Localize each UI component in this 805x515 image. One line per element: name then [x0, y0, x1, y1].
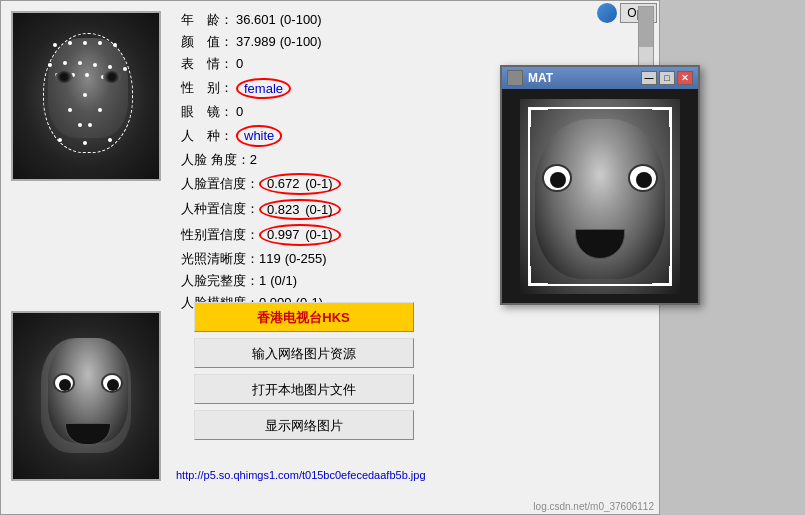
landmark-dot — [78, 61, 82, 65]
url-display: http://p5.so.qhimgs1.com/t015bc0efecedaa… — [176, 469, 496, 481]
ope-icon — [597, 3, 617, 23]
input-button[interactable]: 输入网络图片资源 — [194, 338, 414, 368]
light-label: 光照清晰度： — [181, 250, 259, 268]
gender-prob-value: 0.997 (0-1) — [259, 224, 341, 246]
landmark-dot — [78, 123, 82, 127]
blog-text: log.csdn.net/m0_37606112 — [533, 501, 654, 512]
landmark-dot — [98, 41, 102, 45]
landmark-dot — [68, 41, 72, 45]
mat-titlebar: MAT — □ ✕ — [502, 67, 698, 89]
race-prob-row: 人种置信度： 0.823 (0-1) — [181, 199, 421, 221]
face-prob-row: 人脸置信度： 0.672 (0-1) — [181, 173, 421, 195]
beauty-value: 37.989 — [236, 33, 276, 51]
landmark-dot — [53, 43, 57, 47]
landmark-dot — [123, 67, 127, 71]
tv-button[interactable]: 香港电视台HKS — [194, 302, 414, 332]
angle-row: 人脸 角度： 2 — [181, 151, 421, 169]
landmark-dot — [83, 141, 87, 145]
glasses-label: 眼 镜： — [181, 103, 236, 121]
mat-face-image — [520, 99, 680, 294]
gender-prob-label: 性别置信度： — [181, 226, 259, 244]
eye-left-bottom — [53, 373, 75, 393]
landmark-dot — [85, 73, 89, 77]
landmark-dot — [108, 138, 112, 142]
landmark-dot — [108, 65, 112, 69]
gender-label: 性 别： — [181, 79, 236, 97]
complete-range: (0/1) — [270, 272, 297, 290]
mat-minimize-button[interactable]: — — [641, 71, 657, 85]
expression-label: 表 情： — [181, 55, 236, 73]
beauty-row: 颜 值： 37.989 (0-100) — [181, 33, 421, 51]
gender-prob-row: 性别置信度： 0.997 (0-1) — [181, 224, 421, 246]
corner-tl — [528, 107, 548, 127]
eye-right — [103, 71, 121, 83]
angle-value: 2 — [250, 151, 257, 169]
face-prob-value: 0.672 (0-1) — [259, 173, 341, 195]
info-panel: 年 龄： 36.601 (0-100) 颜 值： 37.989 (0-100) … — [176, 6, 426, 301]
expression-value: 0 — [236, 55, 243, 73]
corner-bl — [528, 266, 548, 286]
light-row: 光照清晰度： 119 (0-255) — [181, 250, 421, 268]
landmark-dot — [63, 61, 67, 65]
age-value: 36.601 — [236, 11, 276, 29]
landmark-dot — [113, 43, 117, 47]
top-face-panel — [11, 11, 161, 181]
light-value: 119 — [259, 250, 281, 268]
race-label: 人 种： — [181, 127, 236, 145]
age-row: 年 龄： 36.601 (0-100) — [181, 11, 421, 29]
beauty-range: (0-100) — [280, 33, 322, 51]
mat-window: MAT — □ ✕ — [500, 65, 700, 305]
landmark-dot — [98, 108, 102, 112]
mat-maximize-button[interactable]: □ — [659, 71, 675, 85]
landmark-dot — [93, 63, 97, 67]
glasses-value: 0 — [236, 103, 243, 121]
eye-left — [55, 71, 73, 83]
display-button[interactable]: 显示网络图片 — [194, 410, 414, 440]
landmark-dot — [48, 63, 52, 67]
complete-value: 1 — [259, 272, 266, 290]
button-area: 香港电视台HKS 输入网络图片资源 打开本地图片文件 显示网络图片 — [176, 296, 431, 446]
eye-right-bottom — [101, 373, 123, 393]
landmark-dot — [68, 108, 72, 112]
beauty-label: 颜 值： — [181, 33, 236, 51]
open-button[interactable]: 打开本地图片文件 — [194, 374, 414, 404]
mat-title-buttons: — □ ✕ — [641, 71, 693, 85]
scrollbar-thumb[interactable] — [639, 7, 653, 47]
mat-close-button[interactable]: ✕ — [677, 71, 693, 85]
age-range: (0-100) — [280, 11, 322, 29]
race-value: white — [236, 125, 282, 147]
bottom-face-panel — [11, 311, 161, 481]
mat-title: MAT — [528, 71, 553, 85]
gender-value: female — [236, 78, 291, 100]
landmark-dot — [83, 41, 87, 45]
landmark-dot — [58, 138, 62, 142]
race-row: 人 种： white — [181, 125, 421, 147]
light-range: (0-255) — [285, 250, 327, 268]
angle-label: 人脸 角度： — [181, 151, 250, 169]
gender-row: 性 别： female — [181, 78, 421, 100]
age-label: 年 龄： — [181, 11, 236, 29]
mat-content — [502, 89, 698, 303]
top-face-image — [13, 13, 159, 179]
face-prob-label: 人脸置信度： — [181, 175, 259, 193]
complete-label: 人脸完整度： — [181, 272, 259, 290]
expression-row: 表 情： 0 — [181, 55, 421, 73]
landmark-dot — [83, 93, 87, 97]
race-prob-value: 0.823 (0-1) — [259, 199, 341, 221]
landmark-dot — [88, 123, 92, 127]
corner-br — [652, 266, 672, 286]
detection-rect — [528, 107, 672, 286]
mat-titlebar-icon — [507, 70, 523, 86]
bottom-face-image — [13, 313, 159, 479]
glasses-row: 眼 镜： 0 — [181, 103, 421, 121]
corner-tr — [652, 107, 672, 127]
landmarks-overlay — [13, 13, 159, 179]
complete-row: 人脸完整度： 1 (0/1) — [181, 272, 421, 290]
race-prob-label: 人种置信度： — [181, 200, 259, 218]
